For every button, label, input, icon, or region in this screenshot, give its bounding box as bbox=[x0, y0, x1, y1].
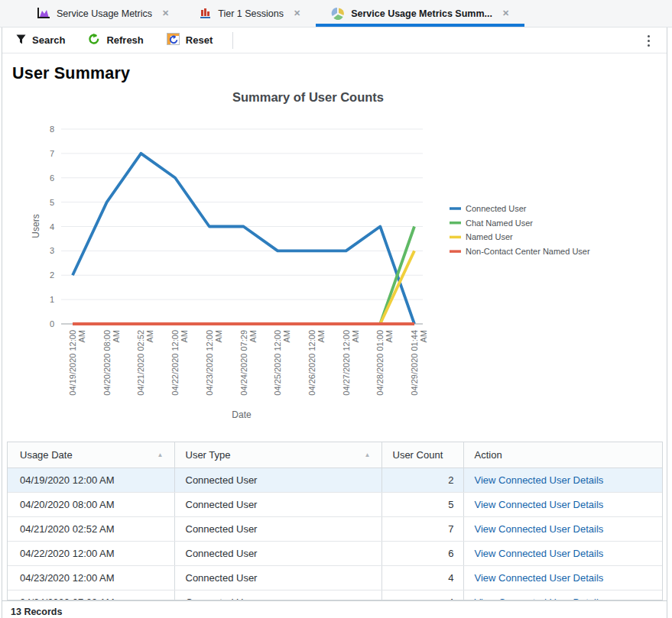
close-icon[interactable]: ✕ bbox=[294, 8, 300, 18]
column-header-user-count[interactable]: User Count bbox=[381, 442, 463, 468]
svg-text:04/25/2020 12:00AM: 04/25/2020 12:00AM bbox=[273, 330, 291, 396]
svg-text:Date: Date bbox=[232, 409, 252, 420]
svg-text:04/29/2020 01:44AM: 04/29/2020 01:44AM bbox=[410, 330, 428, 396]
svg-text:6: 6 bbox=[50, 173, 54, 183]
column-header-user-type[interactable]: User Type ▲ bbox=[174, 442, 381, 468]
view-details-link[interactable]: View Connected User Details bbox=[475, 523, 604, 535]
reset-button-label: Reset bbox=[186, 34, 213, 46]
column-header-usage-date[interactable]: Usage Date ▲ bbox=[8, 442, 174, 468]
usage-date-cell: 04/19/2020 12:00 AM bbox=[8, 468, 174, 492]
svg-text:3: 3 bbox=[50, 246, 54, 255]
svg-text:04/21/2020 02:52AM: 04/21/2020 02:52AM bbox=[136, 330, 154, 396]
user-count-cell: 4 bbox=[381, 565, 463, 590]
table-row[interactable]: 04/23/2020 12:00 AM Connected User 4 Vie… bbox=[8, 565, 663, 590]
usage-date-cell: 04/20/2020 08:00 AM bbox=[8, 492, 174, 516]
bar-chart-icon bbox=[200, 8, 211, 19]
svg-text:04/24/2020 07:29AM: 04/24/2020 07:29AM bbox=[239, 330, 258, 396]
svg-text:1: 1 bbox=[50, 295, 54, 304]
svg-text:2: 2 bbox=[50, 270, 54, 280]
user-type-cell: Connected User bbox=[174, 492, 381, 516]
user-type-cell: Connected User bbox=[174, 516, 381, 541]
user-type-cell: Connected User bbox=[174, 541, 381, 565]
usage-date-cell: 04/22/2020 12:00 AM bbox=[8, 541, 174, 565]
tab-tier-1-sessions[interactable]: Tier 1 Sessions ✕ bbox=[184, 0, 316, 27]
results-table: Usage Date ▲ User Type ▲ User Count Acti… bbox=[8, 442, 663, 600]
svg-text:8: 8 bbox=[50, 125, 54, 134]
svg-text:0: 0 bbox=[50, 319, 54, 328]
record-count: 13 Records bbox=[11, 607, 62, 617]
svg-text:04/22/2020 12:00AM: 04/22/2020 12:00AM bbox=[170, 330, 189, 396]
svg-text:7: 7 bbox=[50, 149, 54, 158]
tab-bar: Service Usage Metrics ✕ Tier 1 Sessions … bbox=[0, 0, 672, 28]
usage-date-cell: 04/23/2020 12:00 AM bbox=[8, 565, 174, 590]
user-count-cell: 2 bbox=[381, 468, 463, 492]
user-type-cell: Connected User bbox=[174, 468, 381, 492]
svg-text:Users: Users bbox=[31, 214, 41, 238]
user-count-cell: 6 bbox=[381, 541, 463, 565]
column-header-label: User Count bbox=[393, 449, 443, 461]
view-details-link[interactable]: View Connected User Details bbox=[475, 572, 604, 584]
tab-label: Service Usage Metrics bbox=[57, 8, 152, 19]
toolbar-divider bbox=[232, 32, 233, 49]
view-details-link[interactable]: View Connected User Details bbox=[475, 474, 604, 486]
usage-date-cell: 04/24/2020 07:29 AM bbox=[8, 590, 174, 600]
svg-text:Summary of User Counts: Summary of User Counts bbox=[232, 90, 384, 104]
close-icon[interactable]: ✕ bbox=[162, 8, 169, 18]
svg-text:5: 5 bbox=[50, 198, 54, 207]
reset-icon bbox=[167, 33, 180, 47]
svg-text:Connected User: Connected User bbox=[466, 204, 527, 213]
user-type-cell: Connected User bbox=[174, 590, 381, 600]
tab-label: Tier 1 Sessions bbox=[218, 8, 284, 19]
toolbar: Search Refresh Reset bbox=[2, 28, 667, 53]
view-details-link[interactable]: View Connected User Details bbox=[475, 499, 604, 510]
refresh-icon bbox=[88, 33, 100, 47]
tab-service-usage-metrics-summary[interactable]: Service Usage Metrics Summ... ✕ bbox=[316, 0, 524, 27]
search-button-label: Search bbox=[32, 34, 65, 46]
svg-text:Non-Contact Center Named User: Non-Contact Center Named User bbox=[466, 247, 590, 256]
sort-asc-icon: ▲ bbox=[365, 451, 371, 458]
svg-text:04/27/2020 12:00AM: 04/27/2020 12:00AM bbox=[342, 330, 360, 396]
table-header-row: Usage Date ▲ User Type ▲ User Count Acti… bbox=[8, 442, 663, 468]
column-header-label: User Type bbox=[186, 449, 231, 461]
reset-button[interactable]: Reset bbox=[167, 33, 213, 47]
user-count-cell: 5 bbox=[381, 492, 463, 516]
tab-label: Service Usage Metrics Summ... bbox=[351, 8, 492, 19]
pie-chart-icon bbox=[331, 8, 344, 20]
area-chart-icon bbox=[37, 8, 50, 19]
results-table-container: Usage Date ▲ User Type ▲ User Count Acti… bbox=[7, 442, 663, 600]
table-row[interactable]: 04/20/2020 08:00 AM Connected User 5 Vie… bbox=[8, 492, 663, 516]
column-header-label: Usage Date bbox=[20, 449, 73, 461]
svg-text:04/23/2020 12:00AM: 04/23/2020 12:00AM bbox=[205, 330, 223, 396]
user-count-cell: 7 bbox=[381, 516, 463, 541]
filter-icon bbox=[16, 34, 26, 47]
sort-asc-icon: ▲ bbox=[157, 451, 164, 458]
close-icon[interactable]: ✕ bbox=[502, 8, 509, 18]
records-footer: 13 Records bbox=[2, 600, 667, 618]
svg-text:04/19/2020 12:00AM: 04/19/2020 12:00AM bbox=[68, 330, 86, 396]
refresh-button-label: Refresh bbox=[106, 34, 143, 46]
user-count-cell: 4 bbox=[381, 590, 463, 600]
user-type-cell: Connected User bbox=[174, 565, 381, 590]
kebab-menu-icon[interactable] bbox=[641, 33, 656, 48]
svg-text:Named User: Named User bbox=[466, 232, 513, 241]
page-title: User Summary bbox=[12, 64, 130, 83]
svg-text:04/20/2020 08:00AM: 04/20/2020 08:00AM bbox=[102, 330, 121, 396]
table-row[interactable]: 04/22/2020 12:00 AM Connected User 6 Vie… bbox=[8, 541, 663, 565]
table-row[interactable]: 04/24/2020 07:29 AM Connected User 4 Vie… bbox=[8, 590, 663, 600]
tab-service-usage-metrics[interactable]: Service Usage Metrics ✕ bbox=[21, 0, 184, 27]
refresh-button[interactable]: Refresh bbox=[88, 33, 143, 47]
search-button[interactable]: Search bbox=[16, 34, 65, 47]
user-counts-line-chart: Summary of User Counts012345678Users04/1… bbox=[0, 84, 672, 440]
svg-text:04/26/2020 12:00AM: 04/26/2020 12:00AM bbox=[307, 330, 326, 396]
view-details-link[interactable]: View Connected User Details bbox=[475, 548, 604, 559]
svg-text:Chat Named User: Chat Named User bbox=[466, 218, 533, 228]
column-header-action[interactable]: Action bbox=[463, 442, 663, 468]
table-row[interactable]: 04/21/2020 02:52 AM Connected User 7 Vie… bbox=[8, 516, 663, 541]
table-row[interactable]: 04/19/2020 12:00 AM Connected User 2 Vie… bbox=[8, 468, 663, 492]
usage-date-cell: 04/21/2020 02:52 AM bbox=[8, 516, 174, 541]
svg-text:04/28/2020 01:00AM: 04/28/2020 01:00AM bbox=[375, 330, 394, 396]
svg-text:4: 4 bbox=[50, 222, 54, 231]
column-header-label: Action bbox=[475, 449, 502, 461]
